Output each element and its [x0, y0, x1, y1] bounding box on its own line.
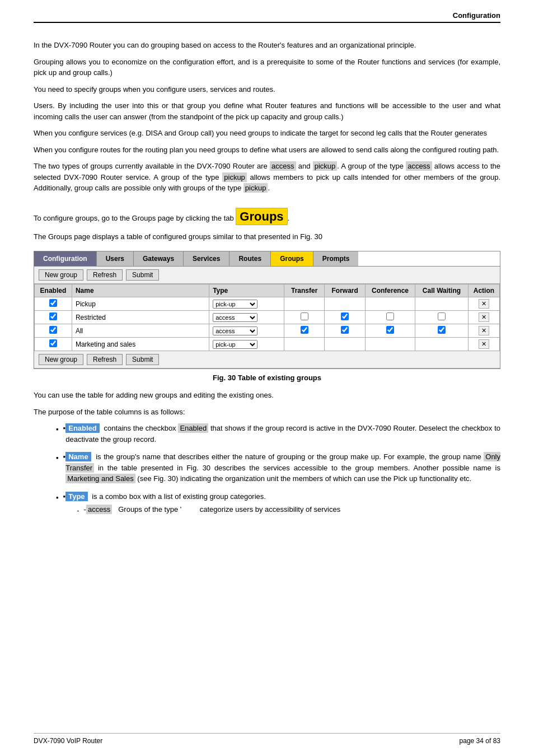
figure-caption: Fig. 30 Table of existing groups	[34, 374, 500, 382]
cell-transfer-3	[284, 324, 324, 338]
col-header-type: Type	[209, 284, 284, 297]
cell-name-3: All	[72, 324, 209, 338]
post-table-text-2: The purpose of the table columns is as f…	[34, 407, 500, 418]
nav-tab-configuration[interactable]: Configuration	[34, 251, 97, 266]
cell-callwaiting-1	[415, 297, 469, 311]
table-row: All access pick-up	[35, 324, 500, 338]
nav-tab-prompts[interactable]: Prompts	[313, 251, 359, 266]
select-type-3[interactable]: access pick-up	[213, 326, 257, 335]
cell-callwaiting-4	[415, 338, 469, 351]
footer-right: page 34 of 83	[460, 737, 500, 745]
cell-forward-2	[325, 311, 365, 324]
sub-list-item-access: - access Groups of the type ' categorize…	[77, 504, 500, 516]
nav-tab-users[interactable]: Users	[97, 251, 134, 266]
cell-type-3: access pick-up	[209, 324, 284, 338]
cell-enabled-3	[35, 324, 72, 338]
intro-para-1: In the DVX-7090 Router you can do groupi…	[34, 40, 500, 51]
delete-button-1[interactable]: ✕	[479, 299, 489, 309]
checkbox-conference-2[interactable]	[386, 312, 394, 320]
nav-tab-services[interactable]: Services	[184, 251, 229, 266]
cell-transfer-4	[284, 338, 324, 351]
select-type-2[interactable]: access pick-up	[213, 313, 257, 322]
term-access: access	[86, 505, 112, 514]
submit-button-bottom[interactable]: Submit	[126, 354, 159, 365]
table-toolbar-top: New group Refresh Submit	[34, 267, 500, 284]
col-header-conference: Conference	[365, 284, 415, 297]
col-header-action: Action	[468, 284, 499, 297]
intro-para-4: Users. By including the user into this o…	[34, 100, 500, 122]
col-header-name: Name	[72, 284, 209, 297]
navigation-bar: Configuration Users Gateways Services Ro…	[34, 251, 500, 267]
submit-button-top[interactable]: Submit	[126, 269, 159, 281]
intro-para-2: Grouping allows you to economize on the …	[34, 57, 500, 78]
delete-button-4[interactable]: ✕	[479, 339, 489, 349]
nav-tab-groups[interactable]: Groups	[271, 251, 313, 266]
cell-conference-2	[365, 311, 415, 324]
cell-name-4: Marketing and sales	[72, 338, 209, 351]
checkbox-forward-2[interactable]	[341, 312, 349, 320]
nav-tab-routes[interactable]: Routes	[229, 251, 271, 266]
checkbox-enabled-1[interactable]	[49, 299, 57, 307]
inline-marketing: Marketing and Sales	[65, 474, 135, 483]
cell-type-4: pick-up access	[209, 338, 284, 351]
term-type: Type	[65, 492, 87, 501]
cell-transfer-1	[284, 297, 324, 311]
delete-button-3[interactable]: ✕	[479, 326, 489, 335]
cell-action-4: ✕	[468, 338, 499, 351]
term-name: Name	[65, 452, 91, 461]
refresh-button-bottom[interactable]: Refresh	[87, 354, 123, 365]
cell-action-2: ✕	[468, 311, 499, 324]
col-header-enabled: Enabled	[35, 284, 72, 297]
refresh-button-top[interactable]: Refresh	[87, 269, 123, 281]
list-item-name: ▪ Name is the group's name that describe…	[56, 451, 500, 484]
inline-enabled: Enabled	[178, 423, 208, 433]
col-header-forward: Forward	[325, 284, 365, 297]
new-group-button-bottom[interactable]: New group	[39, 354, 83, 365]
intro-para-5: When you configure services (e.g. DISA a…	[34, 128, 500, 139]
groups-table: Enabled Name Type Transfer Forward Confe…	[34, 284, 500, 351]
checkbox-transfer-2[interactable]	[301, 312, 308, 320]
col-header-transfer: Transfer	[284, 284, 324, 297]
checkbox-enabled-4[interactable]	[49, 339, 57, 347]
config-instruction: To configure groups, go to the Groups pa…	[34, 207, 500, 242]
groups-tab-reference: Groups	[236, 208, 287, 225]
col-header-callwaiting: Call Waiting	[415, 284, 469, 297]
intro-para-3: You need to specify groups when you conf…	[34, 84, 500, 95]
checkbox-enabled-3[interactable]	[49, 326, 57, 334]
page-header: Configuration	[34, 11, 500, 23]
cell-action-1: ✕	[468, 297, 499, 311]
inline-only-transfer: Only Transfer	[65, 452, 500, 473]
footer-left: DVX-7090 VoIP Router	[34, 737, 102, 745]
cell-enabled-2	[35, 311, 72, 324]
checkbox-enabled-2[interactable]	[49, 312, 57, 320]
cell-enabled-1	[35, 297, 72, 311]
page-footer: DVX-7090 VoIP Router page 34 of 83	[34, 733, 500, 745]
nav-tab-gateways[interactable]: Gateways	[134, 251, 184, 266]
cell-name-1: Pickup	[72, 297, 209, 311]
cell-transfer-2	[284, 311, 324, 324]
checkbox-callwaiting-3[interactable]	[438, 326, 446, 334]
cell-name-2: Restricted	[72, 311, 209, 324]
delete-button-2[interactable]: ✕	[479, 312, 489, 322]
checkbox-callwaiting-2[interactable]	[438, 312, 446, 320]
term-enabled: Enabled	[65, 423, 100, 433]
cell-conference-1	[365, 297, 415, 311]
select-type-4[interactable]: pick-up access	[213, 340, 257, 349]
table-row: Pickup pick-up access ✕	[35, 297, 500, 311]
cell-forward-4	[325, 338, 365, 351]
column-description-list: ▪ Enabled contains the checkbox Enabled …	[56, 423, 500, 519]
select-type-1[interactable]: pick-up access	[213, 300, 257, 309]
cell-callwaiting-3	[415, 324, 469, 338]
groups-table-container: New group Refresh Submit Enabled Name Ty…	[34, 267, 500, 369]
cell-callwaiting-2	[415, 311, 469, 324]
checkbox-conference-3[interactable]	[386, 326, 394, 334]
list-item-type: ▪ Type is a combo box with a list of exi…	[56, 491, 500, 519]
sub-bullet-list-type: - access Groups of the type ' categorize…	[77, 504, 500, 516]
checkbox-transfer-3[interactable]	[301, 326, 308, 334]
checkbox-forward-3[interactable]	[341, 326, 349, 334]
table-row: Marketing and sales pick-up access ✕	[35, 338, 500, 351]
new-group-button-top[interactable]: New group	[39, 269, 83, 281]
cell-type-2: access pick-up	[209, 311, 284, 324]
table-row: Restricted access pick-up	[35, 311, 500, 324]
cell-enabled-4	[35, 338, 72, 351]
